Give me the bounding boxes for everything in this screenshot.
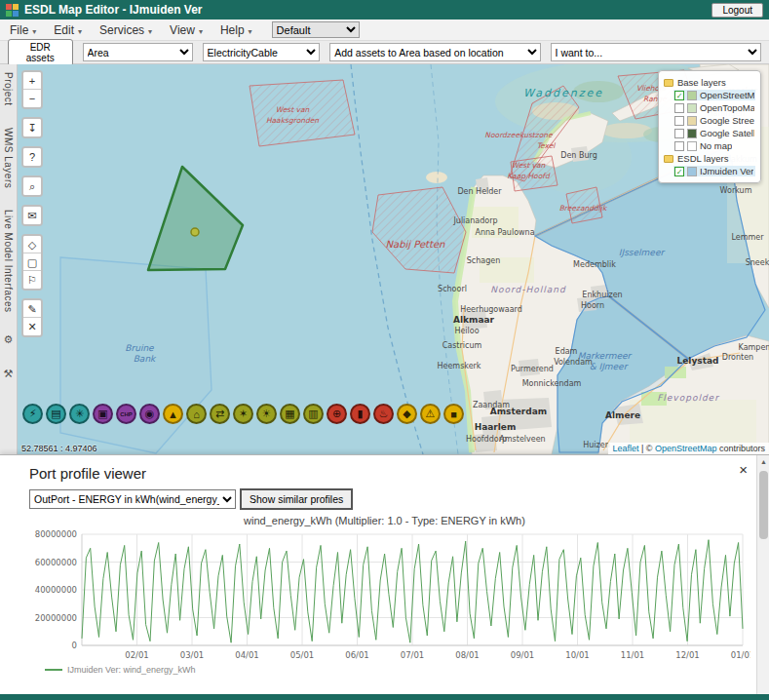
toolbar-select-area[interactable]: Area: [83, 43, 193, 61]
heating-icon[interactable]: ♨: [373, 404, 394, 424]
panel-controls: OutPort - ENERGY in kWh(wind_energy_kWh)…: [29, 488, 769, 510]
asset-marker[interactable]: [191, 228, 199, 236]
show-similar-profiles-button[interactable]: Show similar profiles: [240, 488, 353, 510]
toolbar-select-electricitycable[interactable]: ElectricityCable: [203, 43, 321, 61]
map-label-lemmer: Lemmer: [731, 233, 764, 242]
close-icon[interactable]: ×: [739, 463, 748, 477]
svg-text:40000000: 40000000: [35, 585, 77, 595]
asset-toolbar: EDR assets AreaElectricityCableAdd asset…: [0, 41, 769, 64]
menu-services[interactable]: Services: [99, 23, 152, 37]
unchecked-checkbox-icon[interactable]: [674, 141, 684, 151]
svg-text:12/01: 12/01: [675, 650, 700, 660]
converter-icon[interactable]: ■: [443, 404, 464, 424]
scrollbar-thumb[interactable]: [759, 471, 768, 539]
layer-thumb-icon: [687, 91, 697, 100]
zoom-out-button[interactable]: −: [23, 90, 41, 107]
sidebar-label-project[interactable]: Project: [3, 72, 14, 106]
building-icon[interactable]: ⌂: [186, 404, 207, 424]
openstreetmap-link[interactable]: OpenStreetMap: [655, 444, 717, 453]
logout-button[interactable]: Logout: [711, 3, 763, 18]
menu-edit[interactable]: Edit: [54, 23, 82, 37]
industry-icon[interactable]: ▥: [303, 404, 324, 424]
help-button[interactable]: ?: [23, 148, 41, 166]
layer-group-base-layers: Base layers: [664, 77, 755, 88]
pv-panel-icon[interactable]: ▦: [280, 404, 300, 424]
profile-select[interactable]: Default: [272, 21, 360, 38]
layer-label: No map: [700, 140, 732, 151]
pump-icon[interactable]: ◉: [139, 404, 160, 424]
svg-text:05/01: 05/01: [290, 650, 315, 660]
draw-marker-button[interactable]: ⚐: [23, 271, 41, 289]
attribution-suffix: contributors: [716, 444, 765, 453]
edit-layers-button[interactable]: ✎: [23, 300, 41, 318]
cooling-icon[interactable]: ✳: [69, 404, 90, 424]
search-button[interactable]: ⌕: [23, 177, 41, 195]
toolbar-select-i-want-to[interactable]: I want to...: [551, 43, 761, 61]
sidebar-label-live-model-interfaces[interactable]: Live Model Interfaces: [3, 210, 14, 313]
layer-item-no-map[interactable]: No map: [673, 140, 755, 151]
layer-label: OpenStreetMap: [700, 90, 754, 100]
layer-item-opentopomap[interactable]: OpenTopoMap: [673, 102, 755, 113]
tools-icon[interactable]: ⚒: [4, 368, 14, 380]
unchecked-checkbox-icon[interactable]: [674, 116, 684, 126]
sidebar-label-wms-layers[interactable]: WMS Layers: [3, 128, 14, 188]
wind-turbine-icon[interactable]: ✶: [233, 404, 253, 424]
map-label-west-van: West van: [512, 161, 546, 170]
map-label-heemskerk: Heemskerk: [437, 362, 481, 370]
menu-view[interactable]: View: [170, 23, 203, 37]
leaflet-link[interactable]: Leaflet: [612, 444, 638, 453]
map-label-texel: Texel: [537, 141, 557, 150]
map-label-ijmeer: & IJmeer: [590, 362, 629, 371]
map-label-purmerend: Purmerend: [511, 365, 554, 373]
hazard-icon[interactable]: ⚠: [420, 404, 441, 424]
download-button[interactable]: ↧: [23, 119, 41, 136]
zoom-in-button[interactable]: +: [23, 72, 41, 90]
delete-layers-button[interactable]: ✕: [23, 318, 41, 335]
producer-icon[interactable]: ▣: [93, 404, 113, 424]
layer-item-google-satellite[interactable]: Google Satellite: [673, 128, 755, 138]
map-label-noordzeekustzone: Noordzeekustzone: [484, 131, 554, 139]
checked-checkbox-icon[interactable]: ✓: [674, 91, 684, 100]
unchecked-checkbox-icon[interactable]: [674, 103, 684, 113]
svg-text:80000000: 80000000: [35, 529, 77, 539]
valve-icon[interactable]: ◆: [397, 404, 417, 424]
chp-icon[interactable]: CHP: [116, 404, 136, 424]
toolbar-select-add-assets-to-area-based-on-location[interactable]: Add assets to Area based on location: [329, 43, 540, 61]
draw-polygon-button[interactable]: ◇: [23, 236, 41, 253]
settings-icon[interactable]: ⚙: [4, 333, 14, 346]
svg-text:04/01: 04/01: [235, 650, 259, 660]
svg-text:07/01: 07/01: [401, 650, 425, 660]
control-group: ↧: [21, 117, 43, 138]
map-label-haaksgronden: Haaksgronden: [266, 116, 319, 125]
menu-file[interactable]: File: [10, 23, 36, 37]
electricity-network-icon[interactable]: ⚡: [22, 404, 43, 424]
checked-checkbox-icon[interactable]: ✓: [674, 167, 684, 176]
map-container[interactable]: WaddenzeeIJsselmeerMarkermeer& IJmeerBru…: [18, 64, 769, 454]
battery-icon[interactable]: ▮: [350, 404, 370, 424]
map-label-haarlem: Haarlem: [475, 422, 517, 432]
transformer-icon[interactable]: ⇄: [210, 404, 230, 424]
edr-assets-button[interactable]: EDR assets: [8, 39, 73, 66]
svg-text:06/01: 06/01: [345, 650, 369, 660]
storage-tank-icon[interactable]: ▤: [46, 404, 66, 424]
port-select[interactable]: OutPort - ENERGY in kWh(wind_energy_kWh): [29, 489, 236, 509]
footer-bar: [0, 694, 769, 700]
menu-help[interactable]: Help: [220, 23, 252, 37]
map-label-breezanddijk: Breezanddijk: [559, 204, 608, 213]
layer-thumb-icon: [687, 103, 697, 113]
unchecked-checkbox-icon[interactable]: [674, 129, 684, 138]
layer-item-google-streets[interactable]: Google Streets: [673, 115, 755, 126]
comment-button[interactable]: ✉: [23, 207, 41, 224]
svg-text:08/01: 08/01: [455, 650, 480, 660]
layer-item-ijmuiden-ver[interactable]: ✓IJmuiden Ver: [673, 166, 755, 176]
map-label-alkmaar: Alkmaar: [453, 315, 495, 325]
solar-icon[interactable]: ☀: [256, 404, 277, 424]
charging-station-icon[interactable]: ⊕: [327, 404, 347, 424]
draw-rectangle-button[interactable]: ▢: [23, 253, 41, 271]
map-label-zaandam: Zaandam: [473, 401, 510, 409]
layer-item-openstreetmap[interactable]: ✓OpenStreetMap: [673, 90, 755, 100]
curtailment-icon[interactable]: ▲: [163, 404, 183, 424]
panel-scrollbar[interactable]: [756, 455, 769, 694]
layers-panel: Base layers✓OpenStreetMapOpenTopoMapGoog…: [658, 70, 761, 183]
map-canvas[interactable]: WaddenzeeIJsselmeerMarkermeer& IJmeerBru…: [18, 64, 769, 454]
